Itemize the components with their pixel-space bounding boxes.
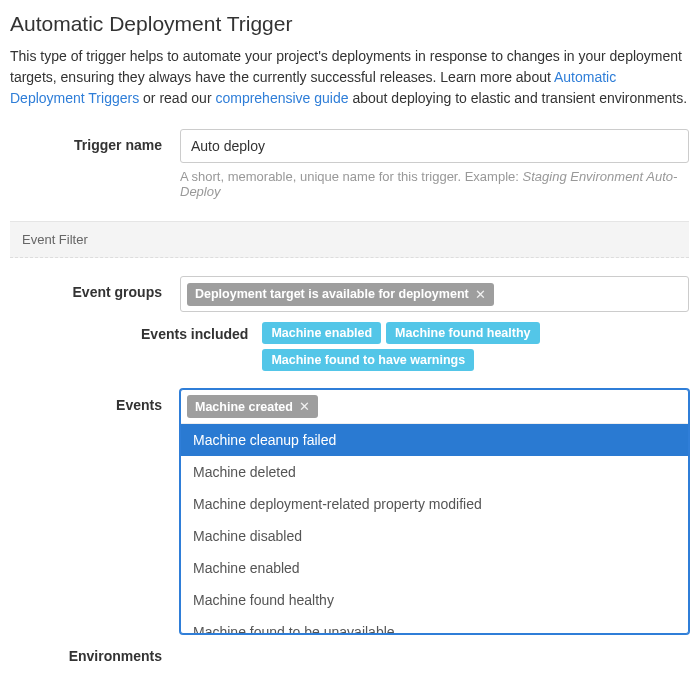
trigger-name-input[interactable] <box>180 129 689 163</box>
section-event-filter: Event Filter <box>10 221 689 258</box>
events-included-label: Events included <box>10 322 262 342</box>
intro-mid: or read our <box>139 90 215 106</box>
included-event-badge: Machine found healthy <box>386 322 539 344</box>
events-label: Events <box>10 389 180 413</box>
tag-label: Machine created <box>195 400 293 414</box>
dropdown-option[interactable]: Machine cleanup failed <box>181 424 688 456</box>
events-dropdown[interactable]: Machine cleanup failedMachine deletedMac… <box>181 423 688 633</box>
remove-tag-icon[interactable]: ✕ <box>299 399 310 414</box>
dropdown-option[interactable]: Machine found to be unavailable <box>181 616 688 633</box>
included-event-badge: Machine found to have warnings <box>262 349 474 371</box>
event-group-tag[interactable]: Deployment target is available for deplo… <box>187 283 494 306</box>
environments-label: Environments <box>10 648 180 664</box>
trigger-name-help: A short, memorable, unique name for this… <box>180 169 689 199</box>
trigger-name-label: Trigger name <box>10 129 180 153</box>
remove-tag-icon[interactable]: ✕ <box>475 287 486 302</box>
events-combobox[interactable]: Machine created ✕ Machine cleanup failed… <box>180 389 689 634</box>
events-included-list: Machine enabledMachine found healthyMach… <box>262 322 689 371</box>
intro-text: This type of trigger helps to automate y… <box>10 46 689 109</box>
dropdown-option[interactable]: Machine disabled <box>181 520 688 552</box>
link-comprehensive-guide[interactable]: comprehensive guide <box>215 90 348 106</box>
event-tag[interactable]: Machine created ✕ <box>187 395 318 418</box>
included-event-badge: Machine enabled <box>262 322 381 344</box>
dropdown-option[interactable]: Machine found healthy <box>181 584 688 616</box>
dropdown-option[interactable]: Machine deleted <box>181 456 688 488</box>
dropdown-option[interactable]: Machine enabled <box>181 552 688 584</box>
page-title: Automatic Deployment Trigger <box>10 12 689 36</box>
tag-label: Deployment target is available for deplo… <box>195 287 469 301</box>
dropdown-option[interactable]: Machine deployment-related property modi… <box>181 488 688 520</box>
intro-post: about deploying to elastic and transient… <box>349 90 688 106</box>
event-groups-input[interactable]: Deployment target is available for deplo… <box>180 276 689 312</box>
event-groups-label: Event groups <box>10 276 180 300</box>
